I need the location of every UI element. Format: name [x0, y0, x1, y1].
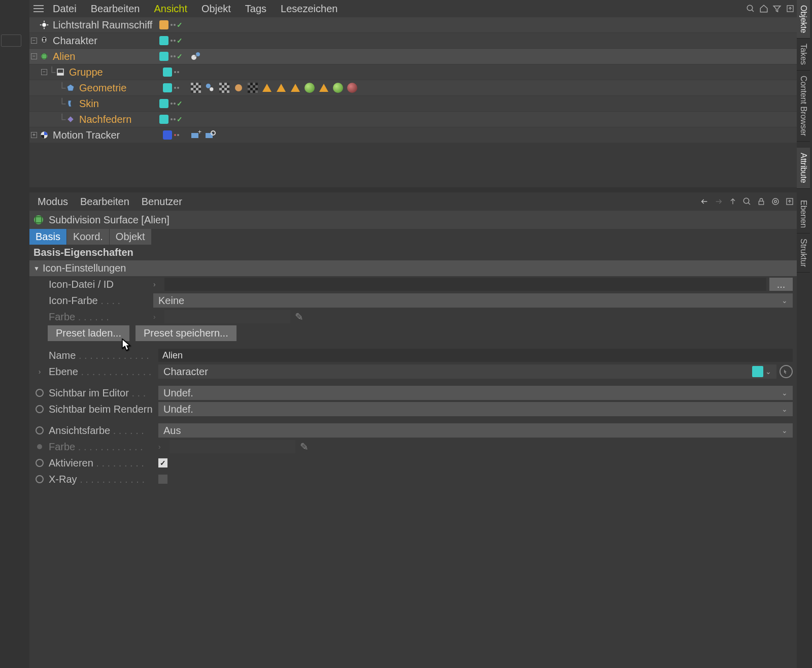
tag-tri[interactable] — [318, 82, 330, 94]
name-input[interactable] — [158, 349, 793, 362]
dock-icon[interactable] — [783, 194, 797, 209]
tag-tri[interactable] — [275, 82, 287, 94]
tag-checker-dark[interactable] — [247, 82, 259, 94]
xray-label: X-Ray . . . . . . . . . . . . — [49, 474, 155, 485]
load-preset-button[interactable]: Preset laden... — [48, 325, 129, 341]
expand-chevron-icon[interactable]: › — [33, 368, 46, 376]
hamburger-icon[interactable] — [31, 5, 46, 12]
tab-basis[interactable]: Basis — [29, 229, 66, 245]
filter-icon[interactable] — [770, 2, 784, 15]
dock-tab-ebenen[interactable]: Ebenen — [797, 195, 810, 233]
dock-tab-takes[interactable]: Takes — [797, 39, 810, 71]
tag-sphere-green[interactable] — [303, 82, 316, 94]
tag-tri[interactable] — [289, 82, 301, 94]
editor-vis-value: Undef. — [163, 387, 193, 399]
layer-swatch[interactable] — [163, 130, 172, 140]
tag-checker[interactable] — [218, 82, 230, 94]
render-vis-dropdown[interactable]: Undef.⌄ — [158, 402, 793, 416]
record-icon[interactable] — [768, 194, 783, 209]
layer-swatch[interactable] — [163, 68, 172, 77]
layer-swatch[interactable] — [159, 99, 168, 108]
expand-toggle[interactable]: − — [40, 69, 49, 75]
tag-sphere-red[interactable] — [346, 82, 358, 94]
layer-swatch[interactable] — [159, 36, 168, 45]
tag-checker[interactable] — [190, 82, 202, 94]
object-name: Skin — [78, 98, 99, 110]
hierarchy-row[interactable]: −└Gruppe — [29, 64, 797, 80]
hierarchy-row[interactable]: └Nachfedern✓ — [29, 112, 797, 127]
tag-sphere-green[interactable] — [332, 82, 344, 94]
svg-text:+: + — [198, 129, 201, 136]
dock-tab-attribute[interactable]: Attribute — [797, 148, 810, 189]
expand-toggle[interactable]: − — [29, 38, 39, 44]
home-icon[interactable] — [757, 2, 770, 15]
icon-file-label: Icon-Datei / ID — [49, 279, 150, 290]
layer-swatch[interactable] — [159, 20, 168, 29]
search-icon[interactable] — [744, 2, 757, 15]
hierarchy-row[interactable]: └Geometrie — [29, 80, 797, 95]
layer-pick-button[interactable] — [780, 365, 793, 378]
tag-constraint[interactable] — [190, 50, 202, 62]
tag-track-o[interactable] — [204, 129, 216, 141]
hierarchy-row[interactable]: −Alien✓ — [29, 49, 797, 64]
nav-up-icon[interactable] — [726, 194, 740, 209]
cycle-icon[interactable] — [36, 475, 44, 483]
hierarchy-row[interactable]: +Motion Tracker+ — [29, 127, 797, 143]
dock-tab-objekte[interactable]: Objekte — [797, 0, 810, 39]
lock-icon[interactable] — [754, 194, 768, 209]
cycle-icon[interactable] — [36, 426, 44, 435]
right-dock-tabs: ObjekteTakesContent BrowserAttributeEben… — [797, 0, 812, 668]
object-hierarchy[interactable]: Lichtstrahl Raumschiff✓−Charakter✓−Alien… — [29, 17, 797, 187]
layer-color-swatch — [752, 366, 763, 377]
attr-menu-modus[interactable]: Modus — [31, 194, 74, 210]
object-name: Nachfedern — [78, 114, 131, 125]
icon-settings-header[interactable]: ▼Icon-Einstellungen — [29, 260, 797, 276]
menu-bearbeiten[interactable]: Bearbeiten — [84, 1, 147, 17]
dock-tab-content-browser[interactable]: Content Browser — [797, 71, 810, 142]
tag-weight-blue[interactable] — [204, 82, 216, 94]
cycle-icon[interactable] — [36, 459, 44, 467]
expand-toggle[interactable]: + — [29, 132, 39, 138]
object-name: Charakter — [52, 35, 97, 47]
cycle-icon[interactable] — [36, 389, 44, 397]
tag-tri[interactable] — [261, 82, 273, 94]
menu-lesezeichen[interactable]: Lesezeichen — [274, 1, 345, 17]
editor-vis-dropdown[interactable]: Undef.⌄ — [158, 386, 793, 400]
menu-datei[interactable]: Datei — [46, 1, 84, 17]
cycle-icon[interactable] — [36, 405, 44, 413]
save-preset-button[interactable]: Preset speichern... — [136, 325, 236, 341]
layer-dropdown[interactable]: Character ⌄ — [158, 364, 776, 379]
tag-track-plus[interactable]: + — [190, 129, 202, 141]
attr-menu-bearbeiten[interactable]: Bearbeiten — [74, 194, 136, 210]
nav-back-icon[interactable] — [697, 194, 712, 209]
expand-toggle[interactable]: − — [29, 53, 39, 59]
icon-color-dropdown[interactable]: Keine⌄ — [153, 293, 793, 308]
search-icon[interactable] — [740, 194, 754, 209]
viewcolor-dropdown[interactable]: Aus⌄ — [158, 423, 793, 438]
layer-swatch[interactable] — [163, 83, 172, 92]
tag-uv-dot[interactable] — [232, 82, 245, 94]
icon-file-input[interactable] — [164, 278, 766, 291]
svg-marker-18 — [67, 84, 74, 91]
hierarchy-row[interactable]: Lichtstrahl Raumschiff✓ — [29, 17, 797, 32]
layer-swatch[interactable] — [159, 52, 168, 61]
svg-point-29 — [743, 198, 749, 204]
layer-label: Ebene . . . . . . . . . . . . . — [49, 366, 155, 378]
tab-objekt[interactable]: Objekt — [110, 229, 151, 245]
menu-objekt[interactable]: Objekt — [194, 1, 238, 17]
dock-tab-struktur[interactable]: Struktur — [797, 233, 810, 273]
svg-line-30 — [748, 203, 750, 205]
menu-ansicht[interactable]: Ansicht — [147, 1, 194, 17]
dock-icon[interactable] — [784, 2, 797, 15]
xray-checkbox[interactable] — [158, 475, 167, 484]
nav-fwd-icon[interactable] — [712, 194, 726, 209]
panel-splitter[interactable] — [29, 187, 797, 192]
hierarchy-row[interactable]: −Charakter✓ — [29, 33, 797, 48]
menu-tags[interactable]: Tags — [238, 1, 274, 17]
browse-button[interactable]: ... — [769, 278, 793, 291]
tab-koord[interactable]: Koord. — [67, 229, 109, 245]
activate-checkbox[interactable] — [158, 458, 167, 467]
hierarchy-row[interactable]: └Skin✓ — [29, 96, 797, 111]
layer-swatch[interactable] — [159, 115, 168, 124]
attr-menu-benutzer[interactable]: Benutzer — [136, 194, 188, 210]
